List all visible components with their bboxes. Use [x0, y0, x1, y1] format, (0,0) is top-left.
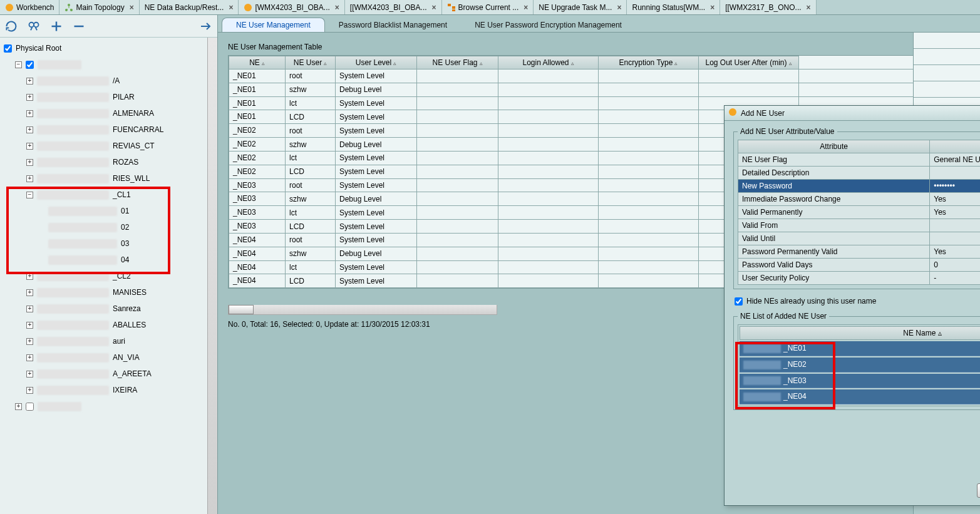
tree-item[interactable]: +PILAR	[4, 89, 204, 105]
column-header[interactable]: Login Allowed▵	[498, 56, 599, 69]
expand-icon[interactable]: +	[26, 322, 33, 329]
table-row[interactable]: _NE01szhwDebug Level	[229, 83, 929, 96]
tree-item[interactable]: +FUENCARRAL	[4, 121, 204, 138]
tab-ne-user-management[interactable]: NE User Management	[222, 18, 325, 32]
expand-icon[interactable]: +	[26, 126, 33, 133]
tree-item[interactable]: +A_AREETA	[4, 366, 204, 382]
tab-password-encryption[interactable]: NE User Password Encryption Management	[461, 18, 636, 32]
tree-item[interactable]: +auri	[4, 333, 204, 349]
attr-col-value[interactable]: Attribute Value	[930, 140, 980, 153]
attr-value[interactable]: •••••••• …	[930, 180, 980, 193]
attr-row[interactable]: Valid PermanentlyYes	[738, 206, 981, 219]
add-icon[interactable]	[50, 20, 63, 33]
top-tab[interactable]: Browse Current ...×	[442, 0, 534, 14]
tree-item[interactable]: +ALMENARA	[4, 105, 204, 121]
top-tab[interactable]: Main Topology×	[59, 0, 139, 14]
attr-value[interactable]: -	[930, 272, 980, 285]
tree-item[interactable]: +/A	[4, 73, 204, 89]
expand-icon[interactable]: +	[26, 338, 33, 345]
tree-item[interactable]: +ROZAS	[4, 154, 204, 170]
tree-item[interactable]: +ABALLES	[4, 317, 204, 333]
expand-icon[interactable]: +	[26, 354, 33, 361]
close-icon[interactable]: ×	[335, 3, 339, 12]
tree-checkbox[interactable]	[26, 61, 34, 69]
expand-icon[interactable]: +	[15, 403, 22, 410]
expand-icon[interactable]: +	[26, 175, 33, 182]
top-tab[interactable]: NE Data Backup/Rest...×	[140, 0, 239, 14]
tree-item[interactable]: 03	[4, 235, 204, 252]
remove-icon[interactable]	[73, 20, 85, 33]
find-icon[interactable]	[28, 20, 40, 33]
tree-checkbox[interactable]	[26, 403, 34, 411]
attr-row[interactable]: Password Permanently ValidYes	[738, 245, 981, 259]
close-icon[interactable]: ×	[524, 3, 528, 12]
column-header[interactable]: User Level▵	[336, 56, 417, 69]
expand-icon[interactable]: +	[26, 78, 33, 85]
expand-icon[interactable]: +	[26, 110, 33, 117]
close-icon[interactable]: ×	[617, 3, 621, 12]
attr-row[interactable]: Detailed Description	[738, 167, 981, 180]
close-icon[interactable]: ×	[229, 3, 233, 12]
column-header[interactable]: NE▵	[229, 56, 286, 69]
attr-value[interactable]: Yes	[930, 245, 980, 259]
tree-root[interactable]: Physical Root	[4, 40, 204, 56]
expand-icon[interactable]: +	[26, 159, 33, 166]
close-icon[interactable]: ×	[807, 3, 811, 12]
expand-icon[interactable]: +	[26, 143, 33, 150]
top-tab[interactable]: [[WMX4203_BI_OBA...×	[345, 0, 442, 14]
tree-item[interactable]: +REVIAS_CT	[4, 138, 204, 154]
tab-password-blacklist[interactable]: Password Blacklist Management	[325, 18, 461, 32]
attr-row[interactable]: NE User FlagGeneral NE User	[738, 153, 981, 167]
ok-button[interactable]: OK	[977, 483, 981, 498]
top-tab[interactable]: [[WMX2317_B_ONO...×	[720, 0, 816, 14]
close-icon[interactable]: ×	[130, 3, 134, 12]
expand-icon[interactable]: +	[26, 371, 33, 378]
table-hscrollbar[interactable]	[228, 305, 497, 315]
tree-item[interactable]: −	[4, 56, 204, 73]
attr-row[interactable]: Immediate Password ChangeYes	[738, 193, 981, 206]
column-header[interactable]: NE User▵	[286, 56, 336, 69]
top-tab[interactable]: Workbench	[0, 0, 59, 14]
top-tab[interactable]: NE Upgrade Task M...×	[534, 0, 627, 14]
tree-item[interactable]: +MANISES	[4, 284, 204, 301]
attr-value[interactable]: Yes	[930, 193, 980, 206]
column-header[interactable]: Log Out User After (min)▵	[699, 56, 799, 69]
dialog-titlebar[interactable]: Add NE User ✕	[725, 106, 980, 121]
expand-icon[interactable]: +	[26, 387, 33, 394]
attr-value[interactable]: 0	[930, 259, 980, 272]
attr-col-attribute[interactable]: Attribute	[738, 140, 930, 153]
tree-item[interactable]: +Sanreza	[4, 301, 204, 317]
tree-item[interactable]: +RIES_WLL	[4, 170, 204, 187]
expand-icon[interactable]: +	[26, 94, 33, 101]
attr-row[interactable]: New Password•••••••• …	[738, 180, 981, 193]
column-header[interactable]: Encryption Type▵	[599, 56, 699, 69]
ne-name-column[interactable]: NE Name ▵	[740, 326, 980, 340]
expand-icon[interactable]: +	[26, 306, 33, 312]
attr-value[interactable]: Yes	[930, 206, 980, 219]
root-checkbox[interactable]	[4, 44, 12, 53]
ne-list-row[interactable]: _NE03	[740, 374, 980, 389]
collapse-icon[interactable]: −	[15, 61, 22, 68]
attr-value[interactable]: General NE User	[930, 153, 980, 167]
tree-item[interactable]: +_CL2	[4, 268, 204, 284]
ne-list-row[interactable]: _NE01	[740, 341, 980, 356]
hide-ne-checkbox[interactable]	[735, 297, 743, 306]
column-header[interactable]: NE User Flag▵	[417, 56, 498, 69]
top-tab[interactable]: [WMX4203_BI_OBA...×	[239, 0, 344, 14]
tree-item[interactable]: +AN_VIA	[4, 349, 204, 366]
attr-value[interactable]	[930, 232, 980, 245]
collapse-icon[interactable]: −	[26, 192, 33, 198]
tree-item[interactable]: 02	[4, 219, 204, 235]
attr-value[interactable]	[930, 167, 980, 180]
tree-item[interactable]: +IXEIRA	[4, 382, 204, 398]
expand-icon[interactable]: +	[26, 273, 33, 280]
ne-list-row[interactable]: _NE04	[740, 389, 980, 404]
top-tab[interactable]: Running Status[WM...×	[627, 0, 720, 14]
attr-row[interactable]: Valid From	[738, 219, 981, 232]
attr-value[interactable]	[930, 219, 980, 232]
tree-item[interactable]: 04	[4, 252, 204, 268]
tree-item[interactable]: +	[4, 398, 204, 414]
refresh-icon[interactable]	[5, 20, 18, 33]
tree-scrollbar[interactable]	[207, 38, 217, 514]
go-arrow-icon[interactable]	[200, 20, 212, 33]
